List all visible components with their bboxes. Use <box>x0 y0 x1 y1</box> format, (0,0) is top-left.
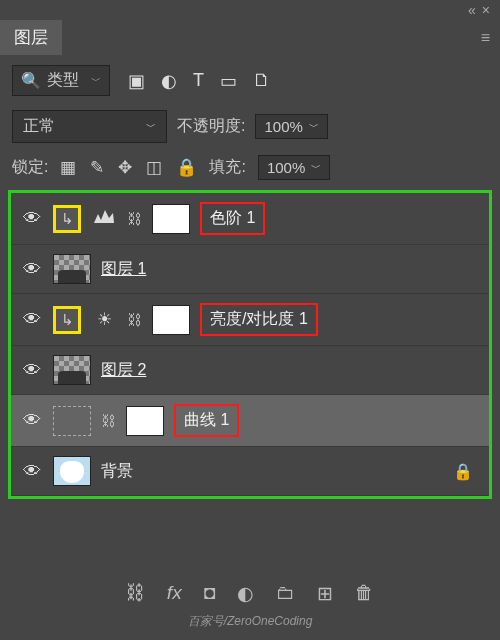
opacity-value: 100% <box>264 118 302 135</box>
filter-pixel-icon[interactable]: ▣ <box>128 70 145 92</box>
lock-row: 锁定: ▦ ✎ ✥ ◫ 🔒 填充: 100% ﹀ <box>0 147 500 188</box>
mask-thumbnail[interactable] <box>152 204 190 234</box>
layer-name[interactable]: 亮度/对比度 1 <box>200 303 318 336</box>
filter-adjust-icon[interactable]: ◐ <box>161 70 177 92</box>
layer-name[interactable]: 色阶 1 <box>200 202 265 235</box>
brightness-icon: ☀ <box>91 309 117 330</box>
link-layers-icon[interactable]: ⛓ <box>126 582 145 605</box>
link-mask-icon[interactable]: ⛓ <box>101 412 116 429</box>
delete-icon[interactable]: 🗑 <box>355 582 374 605</box>
filter-smart-icon[interactable]: 🗋 <box>253 70 271 92</box>
panel-footer: ⛓ fx ◘ ◐ 🗀 ⊞ 🗑 百家号/ZeroOneCoding <box>0 570 500 640</box>
collapse-icon[interactable]: « <box>468 2 476 18</box>
add-adjustment-icon[interactable]: ◐ <box>237 582 254 605</box>
blend-mode-select[interactable]: 正常 ﹀ <box>12 110 167 143</box>
panel-menu-icon[interactable]: ≡ <box>471 21 500 55</box>
chevron-down-icon: ﹀ <box>309 120 319 134</box>
layer-row[interactable]: 👁 ↳ ⛓ 色阶 1 <box>11 193 489 245</box>
layer-thumbnail[interactable] <box>53 456 91 486</box>
lock-position-icon[interactable]: ✥ <box>118 157 132 178</box>
lock-all-icon[interactable]: 🔒 <box>176 157 197 178</box>
lock-icon[interactable]: 🔒 <box>453 462 479 481</box>
layer-row[interactable]: 👁 ↳ ☀ ⛓ 亮度/对比度 1 <box>11 294 489 346</box>
mask-thumbnail[interactable] <box>126 406 164 436</box>
visibility-icon[interactable]: 👁 <box>21 360 43 381</box>
panel-title-bar: 图层 ≡ <box>0 20 500 55</box>
blend-mode-value: 正常 <box>23 116 55 137</box>
layer-row[interactable]: 👁 ⛓ 曲线 1 <box>11 395 489 447</box>
layer-name[interactable]: 图层 1 <box>101 259 146 280</box>
lock-artboard-icon[interactable]: ◫ <box>146 157 162 178</box>
new-layer-icon[interactable]: ⊞ <box>317 582 333 605</box>
filter-type-select[interactable]: 🔍 类型 ﹀ <box>12 65 110 96</box>
layer-row[interactable]: 👁 图层 2 <box>11 346 489 395</box>
filter-row: 🔍 类型 ﹀ ▣ ◐ T ▭ 🗋 <box>0 55 500 106</box>
mask-thumbnail[interactable] <box>152 305 190 335</box>
layer-name[interactable]: 曲线 1 <box>174 404 239 437</box>
fill-input[interactable]: 100% ﹀ <box>258 155 330 180</box>
new-group-icon[interactable]: 🗀 <box>276 582 295 605</box>
layer-row[interactable]: 👁 图层 1 <box>11 245 489 294</box>
chevron-down-icon: ﹀ <box>91 74 101 88</box>
layer-name[interactable]: 图层 2 <box>101 360 146 381</box>
chevron-down-icon: ﹀ <box>146 120 156 134</box>
fill-value: 100% <box>267 159 305 176</box>
filter-shape-icon[interactable]: ▭ <box>220 70 237 92</box>
lock-pixels-icon[interactable]: ▦ <box>60 157 76 178</box>
visibility-icon[interactable]: 👁 <box>21 208 43 229</box>
layer-thumbnail[interactable] <box>53 254 91 284</box>
layers-list: 👁 ↳ ⛓ 色阶 1 👁 图层 1 👁 ↳ ☀ ⛓ 亮度/对比度 1 👁 图层 … <box>8 190 492 499</box>
filter-type-icon[interactable]: T <box>193 70 204 92</box>
close-icon[interactable]: × <box>482 2 490 18</box>
visibility-icon[interactable]: 👁 <box>21 259 43 280</box>
lock-label: 锁定: <box>12 157 48 178</box>
layer-name[interactable]: 背景 <box>101 461 133 482</box>
lock-paint-icon[interactable]: ✎ <box>90 157 104 178</box>
filter-icons: ▣ ◐ T ▭ 🗋 <box>128 70 271 92</box>
search-icon: 🔍 <box>21 71 41 90</box>
blend-row: 正常 ﹀ 不透明度: 100% ﹀ <box>0 106 500 147</box>
link-mask-icon[interactable]: ⛓ <box>127 311 142 328</box>
visibility-icon[interactable]: 👁 <box>21 309 43 330</box>
curves-icon <box>53 406 91 436</box>
panel-topbar: « × <box>0 0 500 20</box>
panel-title[interactable]: 图层 <box>0 20 62 55</box>
add-mask-icon[interactable]: ◘ <box>204 582 215 605</box>
watermark-text: 百家号/ZeroOneCoding <box>0 611 500 636</box>
clip-indicator-icon: ↳ <box>53 306 81 334</box>
visibility-icon[interactable]: 👁 <box>21 461 43 482</box>
opacity-input[interactable]: 100% ﹀ <box>255 114 327 139</box>
filter-type-label: 类型 <box>47 70 79 91</box>
chevron-down-icon: ﹀ <box>311 161 321 175</box>
fx-icon[interactable]: fx <box>167 582 182 605</box>
opacity-label: 不透明度: <box>177 116 245 137</box>
layer-row[interactable]: 👁 背景 🔒 <box>11 447 489 496</box>
levels-icon <box>91 208 117 229</box>
fill-label: 填充: <box>209 157 245 178</box>
clip-indicator-icon: ↳ <box>53 205 81 233</box>
layers-panel: « × 图层 ≡ 🔍 类型 ﹀ ▣ ◐ T ▭ 🗋 正常 ﹀ 不透明度: 100… <box>0 0 500 640</box>
visibility-icon[interactable]: 👁 <box>21 410 43 431</box>
layer-thumbnail[interactable] <box>53 355 91 385</box>
link-mask-icon[interactable]: ⛓ <box>127 210 142 227</box>
footer-buttons: ⛓ fx ◘ ◐ 🗀 ⊞ 🗑 <box>0 576 500 611</box>
